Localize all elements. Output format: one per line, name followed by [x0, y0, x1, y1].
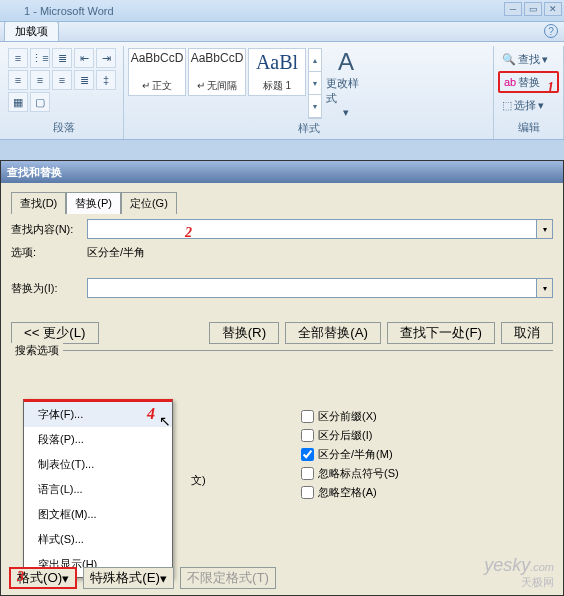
tab-find[interactable]: 查找(D)	[11, 192, 66, 214]
find-replace-dialog: 查找和替换 查找(D) 替换(P) 定位(G) 查找内容(N): ▾ 2 选项:…	[0, 160, 564, 596]
noformat-button-label: 不限定格式(T)	[187, 569, 269, 587]
special-button[interactable]: 特殊格式(E) ▾	[83, 567, 174, 589]
chk-prefix[interactable]: 区分前缀(X)	[301, 409, 399, 424]
menu-paragraph[interactable]: 段落(P)...	[24, 427, 172, 452]
search-options-frame: 搜索选项	[11, 350, 553, 366]
style-name: ↵ 正文	[142, 79, 173, 93]
special-button-label: 特殊格式(E)	[90, 569, 160, 587]
format-popup-menu: 字体(F)... 段落(P)... 制表位(T)... 语言(L)... 图文框…	[23, 399, 173, 578]
dialog-titlebar: 查找和替换	[1, 161, 563, 183]
find-next-button[interactable]: 查找下一处(F)	[387, 322, 495, 344]
menu-tabs[interactable]: 制表位(T)...	[24, 452, 172, 477]
align-justify-icon[interactable]: ≣	[74, 70, 94, 90]
window-title: 1 - Microsoft Word	[24, 5, 114, 17]
multilevel-icon[interactable]: ≣	[52, 48, 72, 68]
line-spacing-icon[interactable]: ‡	[96, 70, 116, 90]
watermark-brand: yesky.com	[484, 555, 554, 576]
menu-style[interactable]: 样式(S)...	[24, 527, 172, 552]
style-gallery: AaBbCcD ↵ 正文 AaBbCcD ↵ 无间隔 AaBl 标题 1 ▴ ▾…	[128, 48, 322, 119]
dropdown-icon: ▾	[343, 106, 349, 119]
find-input[interactable]	[87, 219, 537, 239]
ribbon: ≡ ⋮≡ ≣ ⇤ ⇥ ≡ ≡ ≡ ≣ ‡ ▦ ▢ 段落 AaBbCcD ↵ 正文…	[0, 42, 564, 140]
replace-all-button[interactable]: 全部替换(A)	[285, 322, 381, 344]
group-label-paragraph: 段落	[8, 118, 119, 137]
less-button[interactable]: << 更少(L)	[11, 322, 99, 344]
menu-frame[interactable]: 图文框(M)...	[24, 502, 172, 527]
find-label: 查找	[518, 52, 540, 67]
chk-ignore-punct[interactable]: 忽略标点符号(S)	[301, 466, 399, 481]
dialog-title: 查找和替换	[7, 165, 62, 180]
noformat-button: 不限定格式(T)	[180, 567, 276, 589]
style-preview: AaBbCcD	[131, 51, 184, 65]
align-center-icon[interactable]: ≡	[30, 70, 50, 90]
style-heading1[interactable]: AaBl 标题 1	[248, 48, 306, 96]
find-dropdown-icon[interactable]: ▾	[537, 219, 553, 239]
group-label-edit: 编辑	[498, 118, 559, 137]
chk-fullhalf[interactable]: 区分全/半角(M)	[301, 447, 399, 462]
options-label: 选项:	[11, 245, 87, 260]
select-icon: ⬚	[502, 99, 512, 112]
annotation-2: 2	[185, 225, 192, 241]
help-icon[interactable]: ?	[544, 24, 558, 38]
bottom-button-bar: 格式(O) ▾ 特殊格式(E) ▾ 不限定格式(T)	[9, 567, 276, 589]
gallery-expand: ▴ ▾ ▾	[308, 48, 322, 119]
close-button[interactable]: ✕	[544, 2, 562, 16]
ribbon-group-styles: AaBbCcD ↵ 正文 AaBbCcD ↵ 无间隔 AaBl 标题 1 ▴ ▾…	[124, 46, 494, 139]
tab-goto[interactable]: 定位(G)	[121, 192, 177, 214]
align-left-icon[interactable]: ≡	[8, 70, 28, 90]
ribbon-tab-addins[interactable]: 加载项	[4, 21, 59, 41]
style-preview: AaBbCcD	[191, 51, 244, 65]
dialog-tabs: 查找(D) 替换(P) 定位(G)	[11, 191, 553, 213]
replace-dropdown-icon[interactable]: ▾	[537, 278, 553, 298]
replace-one-button[interactable]: 替换(R)	[209, 322, 280, 344]
find-label: 查找内容(N):	[11, 222, 87, 237]
checkbox-column: 区分前缀(X) 区分后缀(I) 区分全/半角(M) 忽略标点符号(S) 忽略空格…	[301, 409, 399, 500]
change-styles-label: 更改样式	[326, 76, 366, 106]
maximize-button[interactable]: ▭	[524, 2, 542, 16]
replace-label: 替换	[518, 75, 540, 90]
style-name: 标题 1	[263, 79, 291, 93]
group-label-styles: 样式	[128, 119, 489, 138]
style-name: ↵ 无间隔	[197, 79, 238, 93]
replace-with-label: 替换为(I):	[11, 281, 87, 296]
annotation-1: 1	[547, 80, 554, 96]
select-label: 选择	[514, 98, 536, 113]
cancel-button[interactable]: 取消	[501, 322, 553, 344]
chk-ignore-space[interactable]: 忽略空格(A)	[301, 485, 399, 500]
numbering-icon[interactable]: ⋮≡	[30, 48, 50, 68]
search-options-label: 搜索选项	[11, 343, 63, 358]
options-value: 区分全/半角	[87, 245, 145, 260]
find-icon: 🔍	[502, 53, 516, 66]
gallery-more-icon[interactable]: ▾	[309, 95, 321, 118]
gallery-down-icon[interactable]: ▾	[309, 72, 321, 95]
select-button[interactable]: ⬚ 选择 ▾	[498, 95, 559, 117]
replace-input[interactable]	[87, 278, 537, 298]
window-titlebar: 1 - Microsoft Word	[0, 0, 564, 22]
gallery-up-icon[interactable]: ▴	[309, 49, 321, 72]
shading-icon[interactable]: ▦	[8, 92, 28, 112]
borders-icon[interactable]: ▢	[30, 92, 50, 112]
indent-inc-icon[interactable]: ⇥	[96, 48, 116, 68]
align-right-icon[interactable]: ≡	[52, 70, 72, 90]
menu-language[interactable]: 语言(L)...	[24, 477, 172, 502]
find-button[interactable]: 🔍 查找 ▾	[498, 48, 559, 70]
bullets-icon[interactable]: ≡	[8, 48, 28, 68]
dropdown-icon: ▾	[542, 53, 548, 66]
change-styles-button[interactable]: A 更改样式 ▾	[326, 48, 366, 119]
dropdown-icon: ▾	[538, 99, 544, 112]
cursor-icon: ↖	[159, 413, 171, 429]
style-nospacing[interactable]: AaBbCcD ↵ 无间隔	[188, 48, 246, 96]
minimize-button[interactable]: ─	[504, 2, 522, 16]
chk-suffix[interactable]: 区分后缀(I)	[301, 428, 399, 443]
indent-dec-icon[interactable]: ⇤	[74, 48, 94, 68]
annotation-4: 4	[147, 405, 155, 423]
replace-row: 替换为(I): ▾	[11, 278, 553, 298]
style-normal[interactable]: AaBbCcD ↵ 正文	[128, 48, 186, 96]
replace-icon: ab	[504, 76, 516, 88]
ribbon-group-paragraph: ≡ ⋮≡ ≣ ⇤ ⇥ ≡ ≡ ≡ ≣ ‡ ▦ ▢ 段落	[4, 46, 124, 139]
find-row: 查找内容(N): ▾	[11, 219, 553, 239]
tab-replace[interactable]: 替换(P)	[66, 192, 121, 214]
change-styles-icon: A	[338, 48, 354, 76]
watermark-cn: 天极网	[521, 575, 554, 590]
window-buttons: ─ ▭ ✕	[504, 2, 562, 16]
